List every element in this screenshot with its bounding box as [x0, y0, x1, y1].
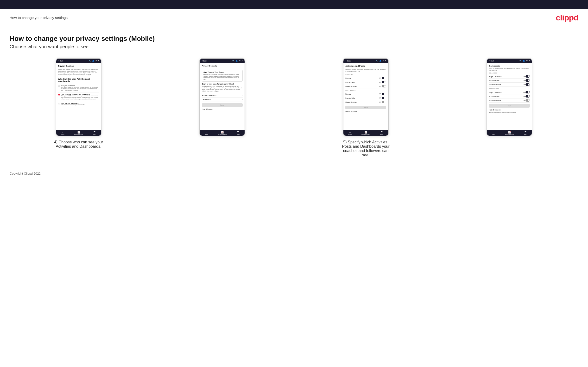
settings-icon-1[interactable]: ⚙: [95, 60, 97, 62]
settings-icon-3[interactable]: ⚙: [383, 60, 384, 62]
chevron-icon-2: ▾: [242, 60, 243, 62]
tab-bar-4: ⌂ Home 📈 My Performance ☰ Menu: [487, 130, 532, 136]
phone-nav-3: < Back 🔍 👤 ⚙ ▾: [343, 58, 388, 63]
toggle-switch-d-c-player[interactable]: [526, 75, 530, 78]
menu-dashboards[interactable]: Dashboards ›: [202, 98, 243, 102]
tab-perf-label-3: My Performance: [362, 134, 370, 135]
toggle-c-rounds[interactable]: ON: [379, 77, 386, 79]
section-title-1: Privacy Controls: [58, 65, 99, 67]
radio-option-everyone[interactable]: Everyone on Clippd Everyone on Clippd ca…: [58, 84, 99, 93]
dashboards-desc: Select the dashboards that you'd like to…: [489, 68, 530, 71]
radio-dot-approved: [58, 94, 60, 96]
dropdown-card: Only You and Your Coach Only you and the…: [202, 70, 243, 82]
search-icon-3[interactable]: 🔍: [376, 60, 378, 62]
tab-home-1[interactable]: ⌂ Home: [61, 131, 64, 135]
search-icon-2[interactable]: 🔍: [232, 60, 234, 62]
search-icon-4[interactable]: 🔍: [519, 60, 522, 62]
toggle-label-d-c-player: Player Dashboard: [489, 76, 502, 77]
help-support-4: Help & Support: [489, 109, 530, 111]
toggle-label-c-drills: Practice Drills: [345, 81, 355, 83]
tab-performance-2[interactable]: 📈 My Performance: [218, 131, 227, 135]
toggle-f-manual[interactable]: ON: [379, 101, 386, 103]
dashboards-title: Dashboards: [489, 65, 530, 67]
radio-option-youcoach[interactable]: Only You and Your Coach Only you and the…: [58, 101, 99, 107]
toggle-d-c-work[interactable]: ON: [523, 83, 530, 86]
tab-home-3[interactable]: ⌂ Home: [348, 131, 352, 135]
person-icon-3[interactable]: 👤: [379, 60, 381, 62]
radio-sublabel-youcoach: Only you and the coaches you connect wit…: [61, 104, 86, 106]
phone-mockup-1: < Back 🔍 👤 ⚙ ▾ Privacy Controls Control …: [56, 58, 102, 136]
phone-body-1: Privacy Controls Control how you and you…: [56, 63, 101, 130]
followers-label-3: FOLLOWERS: [345, 90, 386, 91]
toggle-switch-d-c-work[interactable]: [526, 83, 530, 86]
tab-menu-1[interactable]: ☰ Menu: [93, 131, 96, 135]
toggle-switch-c-rounds[interactable]: [382, 77, 386, 79]
toggle-d-c-player[interactable]: ON: [523, 75, 530, 78]
toggle-switch-d-f-round[interactable]: [526, 95, 530, 98]
privacy-controls-tab: Privacy Controls: [202, 65, 243, 68]
phone-nav-2: < Back 🔍 👤 ⚙ ▾: [200, 58, 245, 63]
toggle-d-c-round[interactable]: ON: [523, 79, 530, 82]
tab-menu-3[interactable]: ☰ Menu: [380, 131, 383, 135]
performance-icon-1: 📈: [78, 131, 80, 133]
tab-performance-1[interactable]: 📈 My Performance: [74, 131, 83, 135]
back-btn-4[interactable]: < Back: [489, 60, 494, 62]
section2-title-1: Who Can See Your Activities and Dashboar…: [58, 78, 99, 83]
toggle-switch-d-f-player[interactable]: [526, 91, 530, 93]
performance-icon-2: 📈: [221, 131, 224, 133]
settings-icon-4[interactable]: ⚙: [526, 60, 528, 62]
tab-home-2[interactable]: ⌂ Home: [205, 131, 208, 135]
tab-performance-4[interactable]: 📈 My Performance: [505, 131, 514, 135]
caption-1: 4) Choose who can see your Activities an…: [52, 140, 105, 149]
toggle-d-f-work[interactable]: ON: [523, 99, 530, 102]
tab-menu-label-3: Menu: [380, 134, 383, 135]
show-hide-title: Show or hide specific features in Clippd: [202, 83, 243, 85]
toggle-f-drills[interactable]: ON: [379, 97, 386, 99]
toggle-switch-f-drills[interactable]: [382, 97, 386, 99]
chevron-icon-1: ▾: [98, 60, 99, 62]
toggle-d-coaches-round: Round Insights ON: [489, 79, 530, 83]
caption-right: 5) Specify which Activities, Posts and D…: [339, 140, 392, 157]
save-btn-2[interactable]: Save: [202, 103, 243, 107]
tab-menu-4[interactable]: ☰ Menu: [524, 131, 527, 135]
home-icon-1: ⌂: [62, 131, 63, 133]
radio-sublabel-everyone: Everyone on Clippd can search for you an…: [61, 86, 99, 91]
search-icon-1[interactable]: 🔍: [89, 60, 91, 62]
radio-option-approved[interactable]: Only Approved Followers and Your Coach O…: [58, 92, 99, 101]
toggle-d-followers-work: What To Work On ON: [489, 99, 530, 103]
activities-title: Activities and Posts: [345, 65, 386, 67]
toggle-switch-d-f-work[interactable]: [526, 99, 530, 102]
toggle-d-f-round[interactable]: ON: [523, 95, 530, 98]
phone-nav-1: < Back 🔍 👤 ⚙ ▾: [56, 58, 101, 63]
home-icon-2: ⌂: [206, 131, 207, 133]
back-btn-1[interactable]: < Back: [58, 60, 63, 62]
toggle-d-f-player[interactable]: ON: [523, 91, 530, 93]
tab-home-4[interactable]: ⌂ Home: [492, 131, 495, 135]
toggle-c-manual[interactable]: ON: [379, 85, 386, 87]
toggle-switch-f-manual[interactable]: [382, 101, 386, 103]
tab-perf-label-4: My Performance: [505, 134, 514, 135]
tab-perf-label-2: My Performance: [218, 134, 227, 135]
back-btn-2[interactable]: < Back: [202, 60, 207, 62]
tab-menu-2[interactable]: ☰ Menu: [237, 131, 240, 135]
page-heading: How to change your privacy settings (Mob…: [10, 35, 578, 42]
toggle-switch-c-manual[interactable]: [382, 85, 386, 87]
back-btn-3[interactable]: < Back: [345, 60, 351, 62]
screenshot-col-2: < Back 🔍 👤 ⚙ ▾ Privacy Controls Only You…: [153, 58, 291, 136]
tab-bar-3: ⌂ Home 📈 My Performance ☰ Menu: [343, 130, 388, 136]
toggle-followers-rounds: Rounds ON: [345, 92, 386, 96]
person-icon-2[interactable]: 👤: [236, 60, 238, 62]
person-icon-4[interactable]: 👤: [523, 60, 525, 62]
save-btn-3[interactable]: Save: [345, 106, 386, 109]
toggle-switch-d-c-round[interactable]: [526, 79, 530, 82]
tab-performance-3[interactable]: 📈 My Performance: [362, 131, 370, 135]
toggle-switch-c-drills[interactable]: [382, 81, 386, 83]
toggle-c-drills[interactable]: ON: [379, 81, 386, 83]
settings-icon-2[interactable]: ⚙: [239, 60, 241, 62]
toggle-switch-f-rounds[interactable]: [382, 93, 386, 95]
save-btn-4[interactable]: Save: [489, 104, 530, 108]
person-icon-1[interactable]: 👤: [92, 60, 94, 62]
toggle-f-rounds[interactable]: ON: [379, 93, 386, 95]
menu-activities[interactable]: Activities and Posts ›: [202, 93, 243, 98]
performance-icon-3: 📈: [364, 131, 367, 133]
